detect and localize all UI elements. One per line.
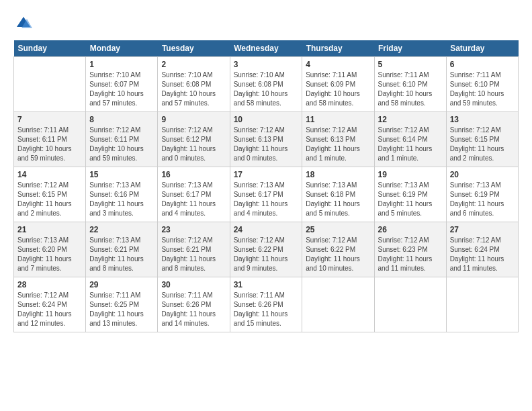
day-info: Sunrise: 7:10 AM Sunset: 6:08 PM Dayligh… (234, 71, 299, 108)
day-info: Sunrise: 7:13 AM Sunset: 6:16 PM Dayligh… (89, 181, 154, 218)
weekday-header-saturday: Saturday (446, 40, 518, 57)
day-info: Sunrise: 7:10 AM Sunset: 6:07 PM Dayligh… (89, 71, 154, 108)
calendar-cell: 16Sunrise: 7:13 AM Sunset: 6:17 PM Dayli… (158, 167, 230, 222)
day-info: Sunrise: 7:11 AM Sunset: 6:10 PM Dayligh… (450, 71, 515, 108)
day-info: Sunrise: 7:12 AM Sunset: 6:24 PM Dayligh… (17, 291, 82, 328)
day-info: Sunrise: 7:13 AM Sunset: 6:18 PM Dayligh… (306, 181, 370, 218)
day-number: 18 (306, 170, 370, 179)
calendar-table: SundayMondayTuesdayWednesdayThursdayFrid… (13, 40, 519, 332)
weekday-header-sunday: Sunday (14, 40, 86, 57)
calendar-cell: 14Sunrise: 7:12 AM Sunset: 6:15 PM Dayli… (14, 167, 86, 222)
day-number: 15 (89, 170, 154, 179)
day-info: Sunrise: 7:12 AM Sunset: 6:11 PM Dayligh… (89, 126, 154, 163)
calendar-cell (14, 57, 86, 112)
calendar-cell: 21Sunrise: 7:13 AM Sunset: 6:20 PM Dayli… (14, 222, 86, 277)
calendar-body: 1Sunrise: 7:10 AM Sunset: 6:07 PM Daylig… (14, 57, 519, 332)
calendar-cell: 20Sunrise: 7:13 AM Sunset: 6:19 PM Dayli… (446, 167, 518, 222)
day-number: 19 (378, 170, 443, 179)
day-info: Sunrise: 7:13 AM Sunset: 6:19 PM Dayligh… (378, 181, 443, 218)
calendar-cell: 28Sunrise: 7:12 AM Sunset: 6:24 PM Dayli… (14, 277, 86, 332)
calendar-cell: 1Sunrise: 7:10 AM Sunset: 6:07 PM Daylig… (86, 57, 158, 112)
day-info: Sunrise: 7:13 AM Sunset: 6:21 PM Dayligh… (89, 236, 154, 273)
day-number: 30 (161, 280, 226, 289)
calendar-cell: 7Sunrise: 7:11 AM Sunset: 6:11 PM Daylig… (14, 112, 86, 167)
day-number: 29 (89, 280, 154, 289)
calendar-cell: 17Sunrise: 7:13 AM Sunset: 6:17 PM Dayli… (230, 167, 302, 222)
calendar-cell (374, 277, 446, 332)
day-info: Sunrise: 7:10 AM Sunset: 6:08 PM Dayligh… (161, 71, 226, 108)
calendar-cell: 26Sunrise: 7:12 AM Sunset: 6:23 PM Dayli… (374, 222, 446, 277)
week-row-3: 21Sunrise: 7:13 AM Sunset: 6:20 PM Dayli… (14, 222, 519, 277)
day-number: 27 (450, 225, 515, 234)
calendar-header: SundayMondayTuesdayWednesdayThursdayFrid… (14, 40, 519, 57)
calendar-cell: 30Sunrise: 7:11 AM Sunset: 6:26 PM Dayli… (158, 277, 230, 332)
calendar-cell: 15Sunrise: 7:13 AM Sunset: 6:16 PM Dayli… (86, 167, 158, 222)
calendar-cell: 13Sunrise: 7:12 AM Sunset: 6:15 PM Dayli… (446, 112, 518, 167)
day-info: Sunrise: 7:12 AM Sunset: 6:22 PM Dayligh… (234, 236, 299, 273)
calendar-cell: 9Sunrise: 7:12 AM Sunset: 6:12 PM Daylig… (158, 112, 230, 167)
day-number: 14 (17, 170, 82, 179)
day-info: Sunrise: 7:13 AM Sunset: 6:20 PM Dayligh… (17, 236, 82, 273)
day-number: 4 (306, 60, 370, 69)
day-number: 11 (306, 115, 370, 124)
day-number: 2 (161, 60, 226, 69)
day-info: Sunrise: 7:11 AM Sunset: 6:26 PM Dayligh… (161, 291, 226, 328)
day-number: 8 (89, 115, 154, 124)
calendar-cell: 8Sunrise: 7:12 AM Sunset: 6:11 PM Daylig… (86, 112, 158, 167)
week-row-0: 1Sunrise: 7:10 AM Sunset: 6:07 PM Daylig… (14, 57, 519, 112)
day-info: Sunrise: 7:12 AM Sunset: 6:21 PM Dayligh… (161, 236, 226, 273)
day-number: 20 (450, 170, 515, 179)
calendar-cell: 4Sunrise: 7:11 AM Sunset: 6:09 PM Daylig… (302, 57, 374, 112)
calendar-cell: 2Sunrise: 7:10 AM Sunset: 6:08 PM Daylig… (158, 57, 230, 112)
day-info: Sunrise: 7:11 AM Sunset: 6:09 PM Dayligh… (306, 71, 370, 108)
calendar-cell: 27Sunrise: 7:12 AM Sunset: 6:24 PM Dayli… (446, 222, 518, 277)
calendar-cell: 18Sunrise: 7:13 AM Sunset: 6:18 PM Dayli… (302, 167, 374, 222)
day-number: 5 (378, 60, 443, 69)
day-number: 13 (450, 115, 515, 124)
day-number: 9 (161, 115, 226, 124)
day-info: Sunrise: 7:12 AM Sunset: 6:15 PM Dayligh… (450, 126, 515, 163)
header (13, 13, 519, 34)
weekday-header-row: SundayMondayTuesdayWednesdayThursdayFrid… (14, 40, 519, 57)
day-number: 1 (89, 60, 154, 69)
day-info: Sunrise: 7:13 AM Sunset: 6:17 PM Dayligh… (161, 181, 226, 218)
day-number: 7 (17, 115, 82, 124)
calendar-cell: 3Sunrise: 7:10 AM Sunset: 6:08 PM Daylig… (230, 57, 302, 112)
day-info: Sunrise: 7:12 AM Sunset: 6:24 PM Dayligh… (450, 236, 515, 273)
day-number: 10 (234, 115, 299, 124)
calendar-cell: 5Sunrise: 7:11 AM Sunset: 6:10 PM Daylig… (374, 57, 446, 112)
calendar-cell: 25Sunrise: 7:12 AM Sunset: 6:22 PM Dayli… (302, 222, 374, 277)
logo (13, 13, 37, 34)
page-container: SundayMondayTuesdayWednesdayThursdayFrid… (0, 0, 532, 339)
day-number: 25 (306, 225, 370, 234)
day-info: Sunrise: 7:11 AM Sunset: 6:26 PM Dayligh… (234, 291, 299, 328)
week-row-2: 14Sunrise: 7:12 AM Sunset: 6:15 PM Dayli… (14, 167, 519, 222)
weekday-header-thursday: Thursday (302, 40, 374, 57)
day-info: Sunrise: 7:13 AM Sunset: 6:19 PM Dayligh… (450, 181, 515, 218)
calendar-cell: 10Sunrise: 7:12 AM Sunset: 6:13 PM Dayli… (230, 112, 302, 167)
logo-icon (13, 13, 34, 34)
calendar-cell (446, 277, 518, 332)
day-info: Sunrise: 7:12 AM Sunset: 6:23 PM Dayligh… (378, 236, 443, 273)
day-info: Sunrise: 7:11 AM Sunset: 6:11 PM Dayligh… (17, 126, 82, 163)
calendar-cell: 24Sunrise: 7:12 AM Sunset: 6:22 PM Dayli… (230, 222, 302, 277)
week-row-4: 28Sunrise: 7:12 AM Sunset: 6:24 PM Dayli… (14, 277, 519, 332)
day-info: Sunrise: 7:12 AM Sunset: 6:13 PM Dayligh… (306, 126, 370, 163)
weekday-header-monday: Monday (86, 40, 158, 57)
day-number: 26 (378, 225, 443, 234)
weekday-header-wednesday: Wednesday (230, 40, 302, 57)
day-number: 12 (378, 115, 443, 124)
day-number: 24 (234, 225, 299, 234)
day-number: 3 (234, 60, 299, 69)
day-number: 21 (17, 225, 82, 234)
calendar-cell: 12Sunrise: 7:12 AM Sunset: 6:14 PM Dayli… (374, 112, 446, 167)
day-number: 17 (234, 170, 299, 179)
day-info: Sunrise: 7:12 AM Sunset: 6:14 PM Dayligh… (378, 126, 443, 163)
week-row-1: 7Sunrise: 7:11 AM Sunset: 6:11 PM Daylig… (14, 112, 519, 167)
calendar-cell: 6Sunrise: 7:11 AM Sunset: 6:10 PM Daylig… (446, 57, 518, 112)
calendar-cell: 11Sunrise: 7:12 AM Sunset: 6:13 PM Dayli… (302, 112, 374, 167)
calendar-cell: 29Sunrise: 7:11 AM Sunset: 6:25 PM Dayli… (86, 277, 158, 332)
day-info: Sunrise: 7:12 AM Sunset: 6:12 PM Dayligh… (161, 126, 226, 163)
day-info: Sunrise: 7:13 AM Sunset: 6:17 PM Dayligh… (234, 181, 299, 218)
calendar-cell: 19Sunrise: 7:13 AM Sunset: 6:19 PM Dayli… (374, 167, 446, 222)
